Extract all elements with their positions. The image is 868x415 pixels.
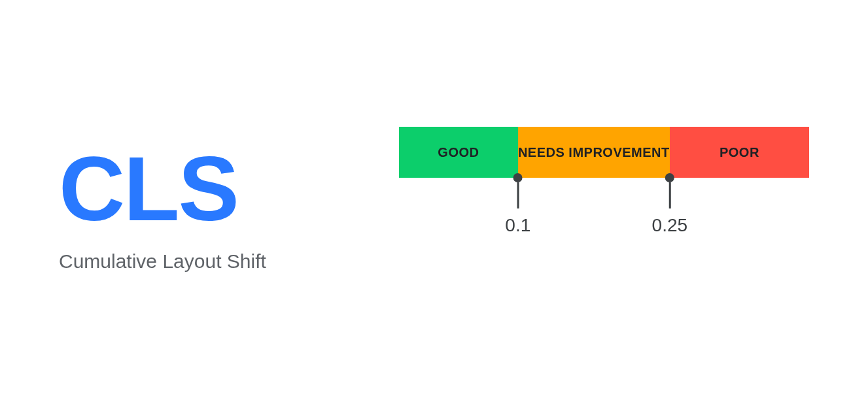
metric-title-block: CLS Cumulative Layout Shift	[59, 143, 386, 273]
threshold-marker-needs: 0.25	[652, 178, 688, 236]
marker-line-icon	[517, 182, 519, 208]
segment-good: GOOD	[399, 127, 518, 178]
diagram-container: CLS Cumulative Layout Shift GOOD NEEDS I…	[0, 0, 868, 415]
threshold-value-needs: 0.25	[652, 215, 688, 236]
segment-poor: POOR	[670, 127, 809, 178]
metric-abbreviation: CLS	[59, 143, 386, 235]
marker-dot-icon	[513, 173, 523, 182]
metric-full-name: Cumulative Layout Shift	[59, 250, 386, 273]
marker-dot-icon	[665, 173, 674, 182]
threshold-marker-good: 0.1	[505, 178, 530, 236]
threshold-value-good: 0.1	[505, 215, 530, 236]
marker-line-icon	[668, 182, 670, 208]
scale-bar: GOOD NEEDS IMPROVEMENT POOR	[399, 127, 809, 178]
segment-needs-improvement: NEEDS IMPROVEMENT	[518, 127, 670, 178]
threshold-scale: GOOD NEEDS IMPROVEMENT POOR 0.1 0.25	[399, 127, 809, 271]
